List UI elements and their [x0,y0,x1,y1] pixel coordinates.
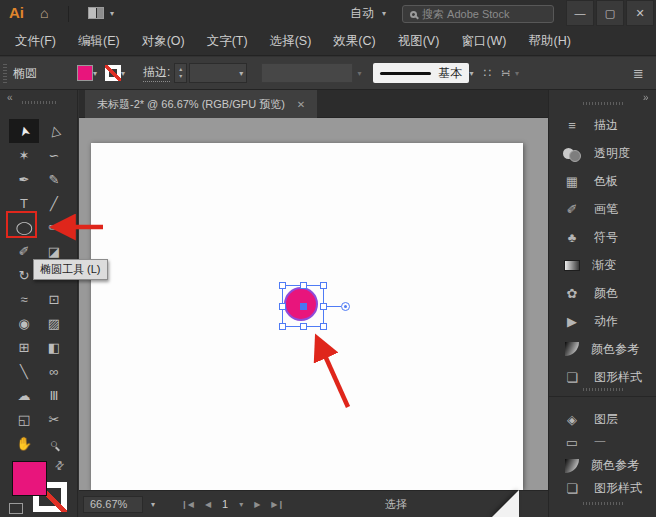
panel-item-color[interactable]: ✿ 颜色 [549,279,656,307]
brush-definition-dropdown[interactable]: 基本 [373,63,469,83]
next-artboard-button[interactable]: ▶ [254,500,260,509]
draw-mode-icon[interactable] [9,503,23,514]
free-transform-tool[interactable]: ⊡ [39,287,69,311]
chevron-down-icon[interactable]: ▾ [151,500,155,509]
stroke-color-swatch[interactable] [105,65,121,81]
chevron-down-icon[interactable]: ▾ [239,500,243,509]
first-artboard-button[interactable]: ❙◀ [181,500,194,509]
panel-item-transparency[interactable]: 透明度 [549,139,656,167]
panel-item-gradient[interactable]: 渐变 [549,251,656,279]
menu-item[interactable]: 窗口(W) [450,28,517,55]
stroke-weight-label[interactable]: 描边: [143,64,170,82]
menu-item[interactable]: 选择(S) [259,28,323,55]
panel-grip[interactable] [3,63,7,83]
artboard-tool[interactable]: ◱ [9,407,39,431]
stroke-weight-stepper[interactable]: ▴ ▾ [174,63,187,83]
zoom-level-field[interactable]: 66.67% [83,496,143,513]
selection-tool[interactable]: ➤ [9,119,39,143]
selection-handle[interactable] [300,282,307,289]
fill-color-swatch[interactable] [77,65,93,81]
artboard-navigation: ❙◀ ◀ 1 ▾ ▶ ▶❙ [181,498,284,510]
selection-handle[interactable] [320,282,327,289]
magic-wand-tool[interactable]: ✶ [9,143,39,167]
selection-handle[interactable] [320,323,327,330]
tools-panel: « ➤ ▷ ✶ ∽ ✒ ✎ T ╱ [0,90,78,517]
close-button[interactable]: ✕ [626,0,654,26]
hand-tool[interactable]: ✋ [9,431,39,455]
line-segment-tool[interactable]: ╱ [39,191,69,215]
symbol-sprayer-tool[interactable]: ☁ [9,383,39,407]
panel-item-brushes[interactable]: ✐ 画笔 [549,195,656,223]
chevron-down-icon[interactable]: ▾ [93,69,97,78]
menu-item[interactable]: 编辑(E) [67,28,131,55]
home-icon[interactable]: ⌂ [40,5,48,21]
maximize-button[interactable]: ▢ [596,0,624,26]
selection-handle[interactable] [279,323,286,330]
minimize-button[interactable]: — [566,0,594,26]
stepper-down-icon[interactable]: ▾ [179,73,182,80]
menu-item[interactable]: 对象(O) [131,28,196,55]
fill-swatch[interactable] [12,461,47,496]
slice-tool[interactable]: ✂ [39,407,69,431]
menu-item[interactable]: 文件(F) [4,28,67,55]
panel-item-layers[interactable]: ◈ 图层 [549,408,656,431]
gradient-tool[interactable]: ◧ [39,335,69,359]
panel-item-color-guide-2[interactable]: 颜色参考 [549,454,656,477]
canvas[interactable] [79,118,548,490]
panel-item-graphic-styles-2[interactable]: ❏ 图形样式 [549,477,656,500]
lasso-tool[interactable]: ∽ [39,143,69,167]
menu-item[interactable]: 效果(C) [322,28,386,55]
object-center-point[interactable] [300,303,307,310]
pen-tool[interactable]: ✒ [9,167,39,191]
direct-selection-tool[interactable]: ▷ [39,119,69,143]
shape-builder-tool[interactable]: ◉ [9,311,39,335]
panel-grip[interactable] [583,102,623,105]
menu-item[interactable]: 文字(T) [196,28,259,55]
panel-item-stroke[interactable]: ≡ 描边 [549,111,656,139]
panel-item-graphic-styles[interactable]: ❏ 图形样式 [549,363,656,391]
options-bar: 椭圆 ▾ ▾ 描边: ▴ ▾ ▾ ▾ 基本 ▾ ∷ ∺ ▾ ≣ [0,57,656,90]
panel-menu-icon[interactable]: ≣ [633,66,644,81]
curvature-tool[interactable]: ✎ [39,167,69,191]
workspace-switcher[interactable]: ▾ [88,7,114,19]
panel-grip[interactable] [583,502,623,505]
last-artboard-button[interactable]: ▶❙ [271,500,284,509]
variable-width-dropdown [261,63,353,83]
eyedropper-tool[interactable]: ╲ [9,359,39,383]
previous-artboard-button[interactable]: ◀ [205,500,211,509]
panel-item-swatches[interactable]: ▦ 色板 [549,167,656,195]
tab-close-icon[interactable]: ✕ [297,99,305,110]
document-tab[interactable]: 未标题-2* @ 66.67% (RGB/GPU 预览) ✕ [85,90,317,118]
panel-grip[interactable] [583,388,623,391]
panel-item-color-guide[interactable]: 颜色参考 [549,335,656,363]
panel-grip[interactable] [22,101,56,104]
opacity-icon[interactable]: ∷ [483,66,491,80]
chevron-down-icon[interactable]: ▾ [469,69,473,78]
gpu-auto-dropdown[interactable]: 自动 ▾ [350,5,386,22]
selection-handle[interactable] [300,323,307,330]
swap-fill-stroke-icon[interactable]: ⇄ [52,458,68,474]
annotation-highlight-box [6,211,37,238]
stepper-up-icon[interactable]: ▴ [179,66,182,73]
width-tool[interactable]: ≈ [9,287,39,311]
expand-panels-icon[interactable]: « [644,92,649,103]
stroke-weight-dropdown[interactable]: ▾ [189,63,247,83]
chevron-down-icon[interactable]: ▾ [121,69,125,78]
selection-handle[interactable] [279,282,286,289]
mesh-tool[interactable]: ⊞ [9,335,39,359]
menu-item[interactable]: 视图(V) [387,28,451,55]
column-graph-tool[interactable]: Ⅲ [39,383,69,407]
menu-item[interactable]: 帮助(H) [518,28,582,55]
zoom-tool[interactable]: ○ [39,431,69,455]
paintbrush-tool[interactable]: ✏ [39,215,69,239]
panel-item-symbols[interactable]: ♣ 符号 [549,223,656,251]
selection-handle[interactable] [279,303,286,310]
blend-tool[interactable]: ∞ [39,359,69,383]
stock-search-input[interactable]: 搜索 Adobe Stock [402,5,554,23]
align-icon[interactable]: ∺ [501,66,511,80]
panel-item-actions[interactable]: ▶ 动作 [549,307,656,335]
symbols-icon: ♣ [562,230,582,245]
collapse-panel-icon[interactable]: « [7,92,12,103]
perspective-grid-tool[interactable]: ▨ [39,311,69,335]
panel-item-artboards[interactable]: ▭ 一 [549,431,656,454]
